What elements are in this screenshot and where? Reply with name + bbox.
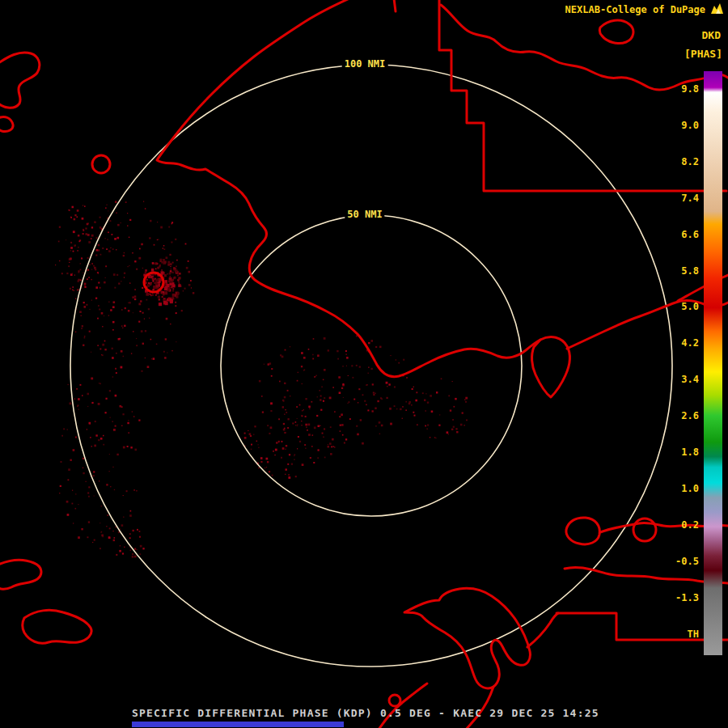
map-path	[23, 610, 91, 643]
product-units: [PHAS]	[684, 48, 722, 60]
map-circle	[92, 155, 110, 173]
radar-map-svg	[0, 0, 728, 728]
radar-viewer: 100 NMI50 NMI NEXLAB-College of DuPage D…	[0, 0, 728, 728]
map-path	[439, 0, 726, 191]
map-path	[566, 518, 599, 544]
map-path	[394, 0, 396, 11]
map-path	[557, 613, 728, 640]
map-circle	[389, 695, 400, 706]
product-code: DKD	[702, 29, 721, 41]
map-path	[599, 20, 633, 44]
colorbar	[704, 71, 722, 655]
map-path	[532, 337, 570, 397]
map-path	[404, 588, 530, 688]
status-text: SPECIFIC DIFFERENTIAL PHASE (KDP) 0.5 DE…	[132, 707, 599, 719]
range-ring	[221, 215, 522, 516]
brand-text: NEXLAB-College of DuPage	[565, 4, 705, 15]
map-path	[0, 116, 13, 131]
map-path	[379, 684, 427, 728]
brand: NEXLAB-College of DuPage	[565, 4, 705, 15]
map-path	[0, 560, 41, 589]
brand-icon	[710, 2, 725, 15]
map-path	[527, 613, 558, 647]
map-outlines	[0, 0, 728, 728]
radar-echoes	[55, 201, 468, 557]
map-path	[0, 53, 40, 108]
animation-progress-bar	[132, 722, 344, 727]
